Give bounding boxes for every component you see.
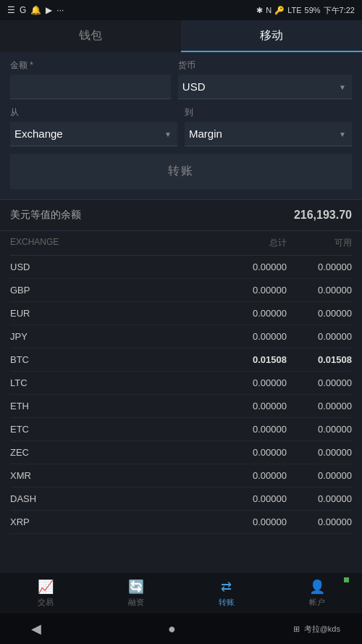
tab-move-label: 移动 xyxy=(260,28,283,43)
table-header: EXCHANGE 总计 可用 xyxy=(10,231,352,256)
coin-available: 0.00000 xyxy=(287,517,352,527)
amount-label: 金额 * xyxy=(10,59,171,72)
coin-total: 0.00000 xyxy=(214,308,287,319)
coin-name: JPY xyxy=(10,331,214,342)
transfer-button[interactable]: 转账 xyxy=(10,154,352,189)
nav-funding[interactable]: 🔄 融资 xyxy=(90,573,181,614)
menu-icon: ☰ xyxy=(7,5,15,15)
coin-total: 0.00000 xyxy=(214,470,287,481)
back-button[interactable]: ◀ xyxy=(22,621,51,637)
status-left-icons: ☰ G 🔔 ▶ ··· xyxy=(7,5,64,15)
bluetooth-icon: ✱ xyxy=(256,6,263,15)
coin-available: 0.00000 xyxy=(287,447,352,458)
nav-funding-label: 融资 xyxy=(128,597,144,608)
col-total-header: 总计 xyxy=(214,237,287,249)
from-to-row: 从 Exchange Margin Funding 到 Margin Excha… xyxy=(10,106,352,146)
currency-field: 货币 USD BTC ETH GBP EUR xyxy=(178,59,352,99)
funding-icon: 🔄 xyxy=(128,579,144,595)
coin-available: 0.00000 xyxy=(287,285,352,296)
account-icon: 👤 xyxy=(309,579,325,595)
table-row: USD0.000000.00000 xyxy=(10,256,352,279)
time: 下午7:22 xyxy=(324,5,355,16)
to-select[interactable]: Margin Exchange Funding xyxy=(185,122,352,146)
table-row: LTC0.000000.00000 xyxy=(10,372,352,395)
watermark: ⊞ 考拉@kds xyxy=(293,624,340,635)
to-field: 到 Margin Exchange Funding xyxy=(185,106,352,146)
coin-available: 0.00000 xyxy=(287,401,352,411)
account-dot xyxy=(344,577,349,582)
coin-name: DASH xyxy=(10,493,214,504)
table-row: EUR0.000000.00000 xyxy=(10,302,352,325)
play-icon: ▶ xyxy=(46,5,52,15)
from-select[interactable]: Exchange Margin Funding xyxy=(10,122,177,146)
coin-name: EUR xyxy=(10,308,214,319)
coin-available: 0.00000 xyxy=(287,493,352,504)
coin-available: 0.00000 xyxy=(287,377,352,388)
coin-name: XMR xyxy=(10,470,214,481)
to-select-wrapper: Margin Exchange Funding xyxy=(185,122,352,146)
nav-trade-label: 交易 xyxy=(38,597,54,608)
coin-name: ETC xyxy=(10,424,214,435)
col-available-header: 可用 xyxy=(287,237,352,249)
currency-row: 金额 * 货币 USD BTC ETH GBP EUR xyxy=(10,59,352,99)
coin-total: 0.00000 xyxy=(214,262,287,272)
coin-total: 0.00000 xyxy=(214,331,287,342)
home-button[interactable]: ● xyxy=(157,622,186,637)
currency-label: 货币 xyxy=(178,59,352,72)
nav-account[interactable]: 👤 帐户 xyxy=(272,573,362,614)
from-field: 从 Exchange Margin Funding xyxy=(10,106,177,146)
dots-icon: ··· xyxy=(56,5,64,15)
coin-available: 0.00000 xyxy=(287,470,352,481)
status-bar: ☰ G 🔔 ▶ ··· ✱ N 🔑 LTE 59% 下午7:22 xyxy=(0,0,362,20)
watermark-text: 考拉@kds xyxy=(304,624,340,635)
coin-available: 0.01508 xyxy=(287,354,352,365)
amount-input[interactable] xyxy=(10,75,171,99)
coin-total: 0.00000 xyxy=(214,401,287,411)
from-label: 从 xyxy=(10,106,177,119)
from-select-wrapper: Exchange Margin Funding xyxy=(10,122,177,146)
key-icon: 🔑 xyxy=(274,6,285,15)
main-tabs: 钱包 移动 xyxy=(0,20,362,52)
signal-lte: LTE xyxy=(287,6,301,14)
transfer-btn-row: 转账 xyxy=(10,154,352,189)
coin-total: 0.00000 xyxy=(214,493,287,504)
nav-account-label: 帐户 xyxy=(309,597,325,608)
status-right-icons: ✱ N 🔑 LTE 59% 下午7:22 xyxy=(256,5,355,16)
nav-transfer-label: 转账 xyxy=(219,597,235,608)
table-row: BTC0.015080.01508 xyxy=(10,348,352,372)
exchange-section-label: EXCHANGE xyxy=(10,237,214,249)
system-bar: ◀ ● ⊞ 考拉@kds xyxy=(0,614,362,644)
tab-move[interactable]: 移动 xyxy=(181,20,362,52)
coin-available: 0.00000 xyxy=(287,424,352,435)
to-label: 到 xyxy=(185,106,352,119)
nav-trade[interactable]: 📈 交易 xyxy=(0,573,90,614)
table-row: ZEC0.000000.00000 xyxy=(10,441,352,464)
form-section: 金额 * 货币 USD BTC ETH GBP EUR 从 Exchange xyxy=(0,52,362,199)
balance-value: 216,193.70 xyxy=(294,209,352,222)
transfer-icon: ⇄ xyxy=(221,579,232,595)
coin-name: LTC xyxy=(10,377,214,388)
coin-name: ZEC xyxy=(10,447,214,458)
coin-name: USD xyxy=(10,262,214,272)
coin-name: BTC xyxy=(10,354,214,365)
coin-total: 0.00000 xyxy=(214,377,287,388)
amount-field: 金额 * xyxy=(10,59,171,99)
coin-available: 0.00000 xyxy=(287,308,352,319)
balance-label: 美元等值的余额 xyxy=(10,209,81,222)
coin-total: 0.00000 xyxy=(214,424,287,435)
nav-transfer[interactable]: ⇄ 转账 xyxy=(181,573,272,614)
watermark-icon: ⊞ xyxy=(293,624,300,634)
table-row: XRP0.000000.00000 xyxy=(10,511,352,534)
nfc-icon: N xyxy=(266,6,272,14)
currency-select-wrapper: USD BTC ETH GBP EUR xyxy=(178,75,352,99)
coin-total: 0.01508 xyxy=(214,354,287,365)
balance-section: 美元等值的余额 216,193.70 xyxy=(0,200,362,231)
table-rows: USD0.000000.00000GBP0.000000.00000EUR0.0… xyxy=(10,256,352,534)
coin-available: 0.00000 xyxy=(287,331,352,342)
table-row: XMR0.000000.00000 xyxy=(10,464,352,488)
bottom-nav: 📈 交易 🔄 融资 ⇄ 转账 👤 帐户 xyxy=(0,573,362,614)
battery: 59% xyxy=(305,6,321,14)
tab-wallet[interactable]: 钱包 xyxy=(0,20,181,52)
table-section: EXCHANGE 总计 可用 USD0.000000.00000GBP0.000… xyxy=(0,231,362,582)
currency-select[interactable]: USD BTC ETH GBP EUR xyxy=(178,75,352,99)
